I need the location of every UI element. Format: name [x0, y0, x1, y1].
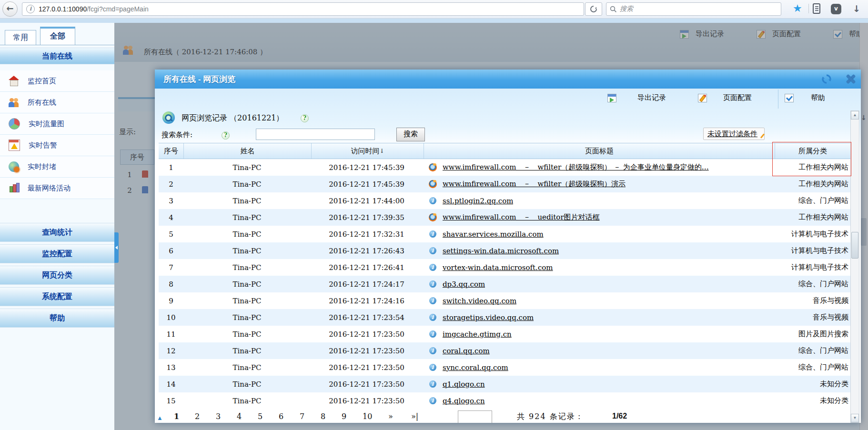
sidebar-group-current-online[interactable]: 当前在线 — [0, 48, 114, 64]
cell-category: 计算机与电子技术 — [775, 246, 850, 255]
sidebar-item-pie[interactable]: 实时流量图 — [0, 113, 114, 135]
table-row: 8Tina-PC2016-12-21 17:24:17dp3.qq.com综合、… — [159, 276, 850, 292]
close-icon[interactable] — [845, 74, 855, 84]
downloads-icon[interactable]: ↓ — [853, 3, 860, 14]
page-number[interactable]: 3 — [216, 412, 221, 421]
export-records-button[interactable]: 导出记录 — [637, 93, 666, 102]
page-number[interactable]: 6 — [279, 412, 283, 421]
scroll-up-icon[interactable]: ▲ — [851, 111, 859, 120]
sidebar-section[interactable]: 帮助 — [0, 309, 114, 328]
page-title-link[interactable]: settings-win.data.microsoft.com — [443, 247, 559, 255]
page-number[interactable]: 7 — [300, 412, 304, 421]
sidebar-tab-all[interactable]: 全部 — [40, 27, 75, 45]
sidebar-section[interactable]: 系统配置 — [0, 287, 114, 306]
refresh-icon[interactable] — [821, 73, 832, 85]
col-header-time[interactable]: 访问时间↓ — [311, 143, 424, 159]
pocket-icon[interactable]: v — [831, 4, 841, 14]
page-title-link[interactable]: www.imfirewall.com － wfilter（超级嗅探狗）演示 — [443, 180, 626, 189]
page-config-button[interactable]: 页面配置 — [723, 93, 752, 102]
help-button[interactable]: 帮助 — [811, 93, 825, 102]
page-title-link[interactable]: shavar.services.mozilla.com — [443, 230, 544, 239]
browser-search-field[interactable]: 搜索 — [606, 2, 781, 16]
page-number[interactable]: 10 — [363, 412, 372, 421]
users-icon — [9, 97, 19, 108]
col-header-title[interactable]: 页面标题 — [424, 143, 775, 159]
page-title-link[interactable]: coral.qq.com — [443, 347, 490, 355]
col-header-name[interactable]: 姓名 — [183, 143, 311, 159]
sidebar-item-gg[interactable]: 实时封堵 — [0, 156, 114, 178]
dialog-titlebar[interactable]: 所有在线 - 网页浏览 — [155, 70, 861, 89]
url-bar[interactable]: i 127.0.0.1:10090/fcgi?cmd=pageMain — [22, 2, 584, 16]
sidebar-item-cal[interactable]: 实时告警 — [0, 135, 114, 156]
next-pages-button[interactable]: » — [388, 412, 393, 421]
page-number[interactable]: 2 — [195, 412, 200, 421]
bookmark-star-icon[interactable]: ★ — [793, 3, 802, 14]
firefox-icon — [429, 163, 437, 171]
total-records-label: 共 924 条记录： — [517, 412, 584, 422]
cell-category: 音乐与视频 — [775, 296, 850, 305]
dialog-scrollbar[interactable]: ▲ ▼ — [850, 110, 859, 423]
search-button[interactable]: 搜索 — [396, 128, 425, 141]
page-title-link[interactable]: www.imfirewall.com － ueditor图片对话框 — [443, 213, 600, 222]
sidebar-collapse-handle[interactable] — [114, 232, 119, 263]
sidebar-item-label: 最新网络活动 — [28, 184, 71, 193]
bookmarks-list-icon[interactable] — [812, 3, 821, 14]
scrollbar-thumb[interactable] — [851, 232, 858, 259]
page-title-link[interactable]: vortex-win.data.microsoft.com — [443, 263, 553, 272]
cell-time: 2016-12-21 17:39:35 — [311, 213, 423, 222]
page-number[interactable]: 1 — [174, 412, 179, 421]
filter-status-link[interactable]: 未设置过滤条件 — [707, 130, 757, 138]
page-title-link[interactable]: storagetips.video.qq.com — [443, 313, 534, 322]
sidebar-section[interactable]: 查询统计 — [0, 223, 114, 242]
page-title-link[interactable]: dp3.qq.com — [443, 280, 485, 289]
cell-time: 2016-12-21 17:23:50 — [311, 380, 423, 389]
help-question-icon[interactable] — [222, 131, 230, 140]
help-question-icon[interactable] — [301, 114, 309, 122]
page-jump-input[interactable] — [458, 410, 492, 423]
cell-icon — [423, 180, 443, 188]
cell-time: 2016-12-21 17:26:43 — [311, 247, 423, 255]
firefox-icon — [429, 180, 437, 188]
page-number[interactable]: 9 — [342, 412, 346, 421]
page-title-link[interactable]: switch.video.qq.com — [443, 297, 516, 305]
cell-icon — [423, 163, 443, 171]
last-page-button[interactable]: »| — [411, 412, 418, 421]
cell-title: shavar.services.mozilla.com — [443, 230, 775, 239]
page-number[interactable]: 4 — [237, 412, 242, 421]
cell-no: 4 — [159, 213, 183, 222]
cell-title: www.imfirewall.com － wfilter（超级嗅探狗） － 为企… — [443, 163, 775, 172]
page-title-link[interactable]: imgcache.gtimg.cn — [443, 330, 512, 339]
page-number[interactable]: 5 — [258, 412, 262, 421]
cell-title: www.imfirewall.com － ueditor图片对话框 — [443, 213, 775, 222]
page-title-link[interactable]: q1.qlogo.cn — [443, 380, 485, 389]
sidebar-item-label: 监控首页 — [28, 77, 56, 86]
table-row: 11Tina-PC2016-12-21 17:23:50imgcache.gti… — [159, 326, 850, 342]
cell-category: 综合、门户网站 — [775, 346, 850, 355]
sidebar-tab-common[interactable]: 常用 — [5, 30, 36, 45]
sidebar-section[interactable]: 网页分类 — [0, 266, 114, 285]
page-title-link[interactable]: sync.coral.qq.com — [443, 363, 508, 372]
page-number[interactable]: 8 — [321, 412, 325, 421]
info-icon — [429, 230, 436, 238]
page-title-link[interactable]: www.imfirewall.com － wfilter（超级嗅探狗） － 为企… — [443, 163, 709, 172]
sidebar-item-users[interactable]: 所有在线 — [0, 92, 114, 113]
reload-button[interactable] — [585, 2, 602, 16]
scroll-down-icon[interactable]: ▼ — [851, 414, 859, 422]
back-button[interactable]: ← — [2, 1, 18, 17]
cell-category: 综合、门户网站 — [775, 280, 850, 289]
pagination: 12345678910»»| 共 924 条记录： 1/62 — [159, 410, 850, 423]
cell-icon — [423, 280, 443, 288]
page-title-link[interactable]: ssl.ptlogin2.qq.com — [443, 197, 513, 205]
search-condition-input[interactable] — [256, 129, 375, 140]
scroll-top-caret-icon[interactable]: ▲ — [157, 414, 163, 421]
sidebar-item-bars[interactable]: 最新网络活动 — [0, 178, 114, 199]
page-title-link[interactable]: q4.qlogo.cn — [443, 397, 485, 405]
cell-name: Tina-PC — [183, 213, 311, 222]
search-placeholder: 搜索 — [620, 5, 633, 13]
sidebar-section[interactable]: 监控配置 — [0, 244, 114, 263]
col-header-no[interactable]: 序号 — [159, 143, 183, 159]
cell-name: Tina-PC — [183, 347, 311, 355]
table-row: 10Tina-PC2016-12-21 17:23:54storagetips.… — [159, 309, 850, 326]
sidebar-item-home[interactable]: 监控首页 — [0, 70, 114, 92]
site-info-icon[interactable]: i — [26, 5, 35, 13]
